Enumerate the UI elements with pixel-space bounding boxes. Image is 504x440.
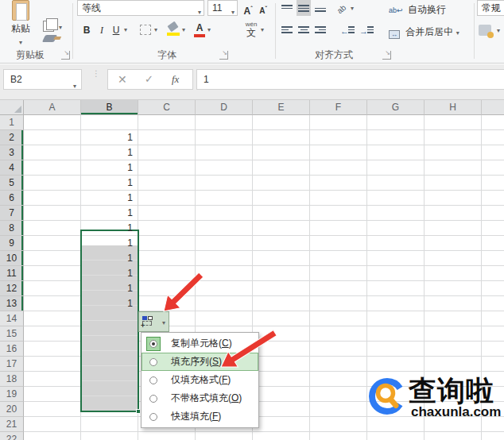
column-header-F[interactable]: F (310, 100, 367, 115)
formula-bar-splitter[interactable]: ⋮ (92, 71, 100, 76)
menu-item-不带格式填充[interactable]: 不带格式填充(O) (142, 389, 258, 407)
radio-icon[interactable] (149, 413, 157, 421)
enter-icon[interactable]: ✓ (145, 70, 153, 89)
align-right-button[interactable] (313, 21, 328, 37)
chevron-down-icon[interactable]: ▾ (154, 26, 157, 33)
chevron-down-icon[interactable]: ▾ (207, 26, 211, 33)
cell-B7[interactable]: 1 (82, 206, 136, 221)
row-header-20[interactable]: 20 (0, 402, 24, 417)
chevron-down-icon[interactable]: ▾ (59, 24, 62, 31)
underline-button[interactable]: U (110, 21, 122, 39)
cell-B11[interactable]: 1 (82, 266, 136, 281)
italic-button[interactable]: I (96, 21, 107, 39)
column-header-G[interactable]: G (367, 100, 425, 115)
increase-indent-button[interactable]: → (361, 21, 375, 37)
row-header-16[interactable]: 16 (0, 342, 24, 357)
chevron-down-icon[interactable]: ▾ (124, 26, 127, 33)
autofill-options-button[interactable]: + ▾ (138, 311, 169, 332)
wrap-text-button[interactable]: ab↩ 自动换行 (389, 3, 446, 17)
name-box[interactable]: B2 ▾ (3, 69, 82, 90)
cell-B6[interactable]: 1 (82, 191, 136, 206)
radio-icon[interactable] (149, 340, 157, 348)
row-header-12[interactable]: 12 (0, 281, 24, 296)
cell-B9[interactable]: 1 (82, 236, 136, 251)
row-header-2[interactable]: 2 (0, 130, 24, 145)
row-header-21[interactable]: 21 (0, 417, 24, 432)
cancel-icon[interactable]: ✕ (118, 70, 127, 89)
row-header-15[interactable]: 15 (0, 326, 24, 342)
column-header-E[interactable]: E (253, 100, 310, 115)
chevron-down-icon: ▾ (231, 6, 235, 20)
accounting-format-icon[interactable] (479, 25, 491, 36)
chevron-down-icon[interactable]: ▾ (182, 26, 185, 33)
phonetic-guide-button[interactable]: wén 文 (243, 21, 259, 37)
align-center-button[interactable] (297, 21, 311, 37)
row-header-4[interactable]: 4 (0, 160, 24, 176)
row-header-14[interactable]: 14 (0, 311, 24, 326)
borders-icon[interactable] (140, 25, 151, 35)
align-middle-button[interactable] (297, 0, 311, 16)
row-header-3[interactable]: 3 (0, 145, 24, 160)
row-header-17[interactable]: 17 (0, 357, 24, 372)
row-header-22[interactable]: 22 (0, 432, 24, 440)
row-header-6[interactable]: 6 (0, 191, 24, 206)
alignment-dialog-launcher-icon[interactable] (382, 51, 391, 60)
column-header-D[interactable]: D (196, 100, 253, 115)
cell-B2[interactable]: 1 (82, 130, 136, 145)
font-dialog-launcher-icon[interactable] (219, 51, 228, 60)
orientation-icon[interactable]: ab (335, 3, 348, 16)
bold-button[interactable]: B (80, 21, 93, 39)
radio-icon[interactable] (149, 358, 157, 366)
menu-item-复制单元格[interactable]: 复制单元格(C) (142, 334, 258, 353)
decrease-indent-button[interactable]: ← (342, 21, 356, 37)
column-header-C[interactable]: C (138, 100, 196, 115)
row-header-11[interactable]: 11 (0, 266, 24, 281)
row-header-19[interactable]: 19 (0, 387, 24, 402)
chevron-down-icon[interactable]: ▾ (261, 26, 264, 33)
font-name-combo[interactable]: 等线 ▾ (77, 0, 204, 16)
cell-B4[interactable]: 1 (82, 160, 136, 176)
menu-item-快速填充[interactable]: 快速填充(F) (142, 407, 258, 426)
cell-B8[interactable]: 1 (82, 221, 136, 236)
format-painter-icon[interactable] (42, 35, 57, 42)
cell-B10[interactable]: 1 (82, 251, 136, 266)
row-header-5[interactable]: 5 (0, 176, 24, 191)
clipboard-dialog-launcher-icon[interactable] (61, 51, 70, 60)
row-header-18[interactable]: 18 (0, 372, 24, 387)
column-header-B[interactable]: B (81, 100, 138, 115)
row-header-8[interactable]: 8 (0, 221, 24, 236)
font-color-icon[interactable]: A (194, 22, 205, 37)
column-header-A[interactable]: A (24, 100, 81, 115)
row-header-7[interactable]: 7 (0, 206, 24, 221)
insert-function-icon[interactable]: fx (172, 70, 179, 89)
radio-icon[interactable] (149, 395, 157, 403)
row-header-10[interactable]: 10 (0, 251, 24, 266)
align-top-button[interactable] (280, 0, 294, 16)
chevron-down-icon[interactable]: ▾ (351, 5, 354, 12)
row-header-13[interactable]: 13 (0, 296, 24, 311)
align-left-button[interactable] (280, 21, 294, 37)
increase-font-size-button[interactable]: Aˆ (241, 0, 255, 17)
chevron-down-icon[interactable]: ▾ (497, 27, 500, 34)
paste-button[interactable]: 粘贴 ▾ (3, 0, 38, 46)
merge-center-button[interactable]: ↔ 合并后居中 ▾ (389, 25, 459, 39)
column-header-partial[interactable] (482, 100, 504, 115)
column-header-H[interactable]: H (425, 100, 482, 115)
font-size-combo[interactable]: 11 ▾ (207, 0, 238, 16)
row-header-9[interactable]: 9 (0, 236, 24, 251)
fill-color-icon[interactable] (167, 23, 180, 36)
cell-B5[interactable]: 1 (82, 176, 136, 191)
menu-item-填充序列[interactable]: 填充序列(S) (142, 353, 258, 371)
row-header-1[interactable]: 1 (0, 115, 24, 130)
radio-icon[interactable] (149, 376, 157, 384)
menu-item-仅填充格式[interactable]: 仅填充格式(F) (142, 371, 258, 389)
cell-B13[interactable]: 1 (82, 296, 136, 311)
formula-input[interactable]: 1 (196, 69, 504, 90)
align-bottom-button[interactable] (313, 0, 328, 16)
copy-icon[interactable] (43, 21, 54, 32)
select-all-corner[interactable] (0, 100, 24, 115)
number-format-combo[interactable]: 常规 (477, 0, 504, 16)
decrease-font-size-button[interactable]: Aˇ (257, 0, 269, 17)
cell-B12[interactable]: 1 (82, 281, 136, 296)
cell-B3[interactable]: 1 (82, 145, 136, 160)
